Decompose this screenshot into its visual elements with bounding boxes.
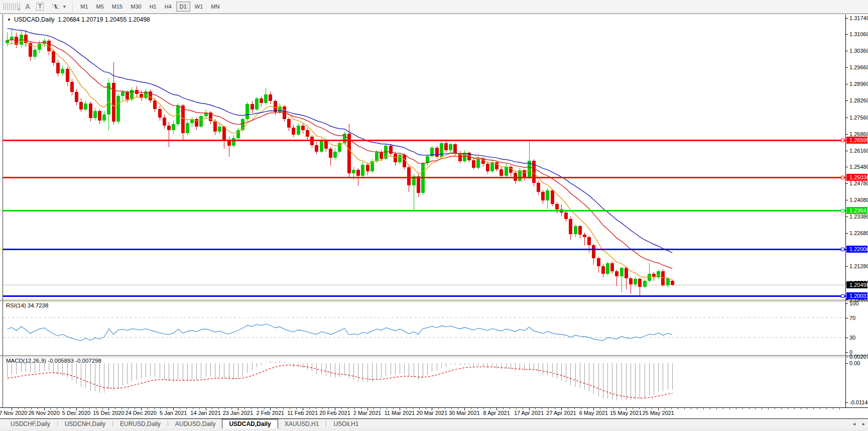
svg-text:1.28260: 1.28260 [849,97,868,103]
tab-scroll-right-icon[interactable]: ▸ [862,421,865,426]
svg-text:1.24780: 1.24780 [849,180,868,186]
svg-text:70: 70 [849,315,855,321]
timeframe-button-m15[interactable]: M15 [108,2,126,12]
svg-text:1.23380: 1.23380 [849,213,868,220]
svg-text:0.002074: 0.002074 [849,354,868,360]
tab-usdchf-daily[interactable]: USDCHF,Daily [4,419,57,428]
chart-tab-strip: USDCHF,DailyUSDCNH,DailyEURUSD,DailyAUDU… [0,418,868,428]
svg-text:1.31060: 1.31060 [849,31,868,37]
svg-text:15 Dec 2020: 15 Dec 2020 [93,410,124,416]
svg-text:1.26160: 1.26160 [849,148,868,154]
svg-text:100: 100 [849,300,858,306]
svg-text:2 Mar 2021: 2 Mar 2021 [353,410,382,416]
svg-text:24 Dec 2020: 24 Dec 2020 [126,410,157,416]
svg-text:5 Jan 2021: 5 Jan 2021 [160,410,187,416]
tab-usdcad-daily[interactable]: USDCAD,Daily [222,419,278,428]
timeframe-button-m5[interactable]: M5 [93,2,107,12]
svg-text:1.28960: 1.28960 [849,81,868,87]
timeframe-button-d1[interactable]: D1 [176,2,190,12]
svg-text:1.24080: 1.24080 [849,197,868,203]
svg-text:1.29660: 1.29660 [849,64,868,70]
tab-eurusd-daily[interactable]: EURUSD,Daily [113,419,167,428]
svg-text:1.21280: 1.21280 [849,263,868,269]
timeframe-button-mn[interactable]: MN [207,2,223,12]
svg-text:14 Jan 2021: 14 Jan 2021 [190,410,221,416]
macd-indicator-label: MACD(12,26,9) -0.005893 -0.007298 [6,358,101,364]
macd-values: -0.005893 -0.007298 [48,358,101,364]
svg-text:1.22000: 1.22000 [849,246,868,252]
timeframe-button-h4[interactable]: H4 [161,2,175,12]
svg-text:26 Nov 2020: 26 Nov 2020 [28,410,59,416]
svg-text:2 Feb 2021: 2 Feb 2021 [257,410,285,416]
svg-text:-0.011462: -0.011462 [849,399,868,405]
svg-text:8 Apr 2021: 8 Apr 2021 [483,410,510,416]
svg-text:20 Mar 2021: 20 Mar 2021 [417,410,448,416]
svg-text:1.23641: 1.23641 [849,207,868,213]
timeframe-button-h1[interactable]: H1 [146,2,160,12]
hline-handle [841,139,844,142]
trading-platform-window: F A T ▼ M1M5M15M30H1H4D1W1MN 1.317401.31… [0,0,868,431]
svg-text:20 Feb 2021: 20 Feb 2021 [319,410,350,416]
svg-text:1.26595: 1.26595 [849,137,868,143]
hline-handle [841,295,844,298]
tab-separator [112,421,113,426]
svg-text:1.27560: 1.27560 [849,115,868,121]
tab-separator [168,421,168,426]
tab-separator [326,421,326,426]
timeframe-buttons: M1M5M15M30H1H4D1W1MN [76,2,223,12]
dropdown-caret-icon[interactable]: ▼ [62,5,66,9]
tab-usdcnh-daily[interactable]: USDCNH,Daily [58,419,112,428]
svg-text:11 Mar 2021: 11 Mar 2021 [385,410,415,416]
svg-text:1.30360: 1.30360 [849,48,868,54]
tab-scroll-arrows: ◂ ▸ [853,419,865,428]
timeframe-button-w1[interactable]: W1 [191,2,207,12]
rsi-value: 34.7238 [28,302,49,308]
svg-text:11 Feb 2021: 11 Feb 2021 [287,410,318,416]
svg-text:1.20498: 1.20498 [849,282,868,288]
toolbar: F A T ▼ M1M5M15M30H1H4D1W1MN [0,0,868,14]
svg-text:1.20031: 1.20031 [849,293,868,299]
svg-text:17 Apr 2021: 17 Apr 2021 [514,410,544,416]
tab-scroll-left-icon[interactable]: ◂ [853,421,855,426]
svg-text:1.25480: 1.25480 [849,164,868,170]
toolbar-drag-handle-icon[interactable]: F [2,3,20,11]
hline-handle [841,209,844,212]
timeframe-button-m30[interactable]: M30 [127,2,145,12]
objects-arrows-icon[interactable] [51,1,61,12]
tab-usoil-h1[interactable]: USOil,H1 [327,419,365,428]
svg-text:25 May 2021: 25 May 2021 [642,410,674,416]
rsi-indicator-label: RSI(14) 34.7238 [6,302,48,308]
svg-text:23 Jan 2021: 23 Jan 2021 [223,410,254,416]
svg-text:0.00: 0.00 [849,360,860,366]
svg-text:30: 30 [849,335,855,341]
svg-text:1.22680: 1.22680 [849,230,868,236]
svg-text:15 May 2021: 15 May 2021 [610,410,642,416]
hline-handle [841,176,844,179]
svg-text:17 Nov 2020: 17 Nov 2020 [0,410,27,416]
chart-symbol-period: USDCAD,Daily [14,16,55,23]
chart-tabs: USDCHF,DailyUSDCNH,DailyEURUSD,DailyAUDU… [4,419,365,428]
chart-canvas[interactable]: 1.317401.310601.303601.296601.289601.282… [0,14,868,418]
svg-text:1.26860: 1.26860 [849,131,868,137]
svg-text:1.25036: 1.25036 [849,174,868,180]
svg-text:5 Dec 2020: 5 Dec 2020 [62,410,90,416]
tab-audusd-daily[interactable]: AUDUSD,Daily [169,419,222,428]
svg-text:30 Mar 2021: 30 Mar 2021 [449,410,480,416]
timeframe-button-m1[interactable]: M1 [77,2,91,12]
svg-text:27 Apr 2021: 27 Apr 2021 [546,410,576,416]
hline-handle [841,248,844,251]
symbol-dropdown-icon[interactable]: ▼ [7,18,11,22]
svg-text:6 May 2021: 6 May 2021 [579,410,608,416]
tab-xauusd-h1[interactable]: XAUUSD,H1 [278,419,326,428]
text-tool-icon[interactable]: T [36,3,44,11]
svg-text:1.31740: 1.31740 [849,15,868,21]
toolbar-separator [72,2,73,12]
chart-title: ▼USDCAD,Daily 1.20684 1.20719 1.20455 1.… [7,16,150,23]
chart-ohlc-values: 1.20684 1.20719 1.20455 1.20498 [58,16,150,23]
cursor-a-icon[interactable]: A [22,3,33,11]
tab-separator [57,421,58,426]
